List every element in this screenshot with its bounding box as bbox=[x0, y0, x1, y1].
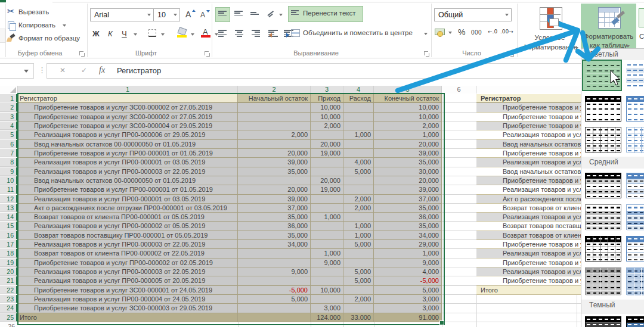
name-box-dropdown-arrow[interactable] bbox=[24, 70, 29, 73]
merge-dropdown-arrow[interactable] bbox=[424, 33, 428, 35]
align-center-button[interactable] bbox=[232, 26, 246, 40]
cancel-icon[interactable]: ✕ bbox=[60, 66, 66, 74]
cell[interactable]: 10,000 bbox=[311, 103, 343, 113]
cell[interactable] bbox=[238, 113, 311, 122]
cell[interactable] bbox=[343, 113, 374, 122]
cell[interactable]: Возврат товаров поставщику ПР00-000001 о… bbox=[18, 231, 238, 240]
bold-button[interactable]: Ж bbox=[91, 27, 103, 41]
cell[interactable]: 5,000 bbox=[343, 267, 374, 276]
increase-decimal-button[interactable]: ←.0 bbox=[487, 26, 499, 40]
cell[interactable] bbox=[311, 295, 343, 304]
align-top-button[interactable] bbox=[216, 8, 230, 21]
row-header-10[interactable]: 10 bbox=[0, 176, 17, 185]
font-size-combo[interactable]: 10 bbox=[153, 8, 180, 21]
row-header-6[interactable]: 6 bbox=[0, 140, 17, 148]
cell[interactable]: Регистратор bbox=[18, 94, 238, 103]
cell[interactable] bbox=[311, 231, 343, 240]
style-light-1-hover[interactable] bbox=[582, 60, 622, 91]
cell[interactable]: Начальный остаток bbox=[238, 94, 311, 103]
align-middle-button[interactable] bbox=[232, 8, 246, 21]
cell[interactable] bbox=[343, 122, 374, 130]
cell[interactable]: Итого bbox=[18, 313, 238, 322]
style-medium-1[interactable] bbox=[585, 173, 621, 198]
row-header-5[interactable]: 5 bbox=[0, 130, 17, 139]
cell[interactable]: 19,000 bbox=[311, 185, 343, 195]
cell[interactable]: 5,000 bbox=[343, 240, 374, 249]
cell[interactable] bbox=[238, 176, 311, 185]
alignment-dialog-launcher[interactable] bbox=[424, 51, 430, 57]
cell[interactable]: 20,000 bbox=[311, 140, 343, 149]
cell[interactable]: 20,000 bbox=[238, 149, 311, 158]
row-header-26[interactable]: 26 bbox=[0, 322, 17, 327]
percent-style-button[interactable]: % bbox=[457, 26, 469, 40]
cell[interactable]: 2,000 bbox=[238, 130, 311, 140]
cell[interactable]: 35,000 bbox=[238, 231, 311, 240]
cell[interactable]: 35,000 bbox=[238, 167, 311, 176]
font-dialog-launcher[interactable] bbox=[205, 51, 210, 57]
cell[interactable]: 2,000 bbox=[311, 122, 343, 130]
cell[interactable] bbox=[311, 167, 343, 176]
style-light-1[interactable] bbox=[586, 63, 620, 89]
cell[interactable]: Приобретение товаров и услуг ЗС00-000001… bbox=[18, 286, 238, 295]
style-medium-15[interactable] bbox=[585, 236, 621, 261]
cell[interactable] bbox=[343, 176, 374, 185]
cell[interactable]: 20,000 bbox=[311, 176, 343, 185]
cell[interactable]: 1,000 bbox=[343, 231, 374, 240]
cell[interactable]: Акт о расхождениях после отгрузки ПР00-0… bbox=[18, 204, 238, 213]
cell[interactable] bbox=[311, 204, 343, 213]
row-header-17[interactable]: 17 bbox=[0, 240, 17, 248]
number-format-dropdown-arrow[interactable] bbox=[505, 14, 509, 16]
cell[interactable]: 1,000 bbox=[343, 222, 374, 231]
style-light-2[interactable] bbox=[626, 63, 644, 88]
align-right-button[interactable] bbox=[248, 26, 262, 40]
cell[interactable]: 9,000 bbox=[374, 259, 442, 267]
cell[interactable]: 2,000 bbox=[374, 122, 442, 130]
cell[interactable] bbox=[311, 158, 343, 167]
column-header-1[interactable]: 1 bbox=[18, 86, 238, 94]
borders-button[interactable] bbox=[148, 29, 159, 39]
cell[interactable]: 37,000 bbox=[374, 195, 442, 204]
cell[interactable]: 35,000 bbox=[374, 222, 442, 231]
style-light-15[interactable] bbox=[585, 127, 621, 152]
accounting-dropdown-arrow[interactable] bbox=[448, 32, 452, 34]
cell[interactable] bbox=[343, 304, 374, 313]
shrink-font-button[interactable]: А bbox=[199, 8, 212, 21]
cell[interactable]: 29,000 bbox=[374, 240, 442, 249]
cell[interactable] bbox=[343, 140, 374, 149]
decrease-decimal-button[interactable]: .00→ bbox=[500, 26, 512, 40]
underline-dropdown-arrow[interactable] bbox=[134, 33, 137, 36]
style-light-16[interactable] bbox=[626, 127, 644, 152]
cell[interactable]: Реализация товаров и услуг ПР00-000001 о… bbox=[18, 158, 238, 167]
merge-center-button[interactable]: Объединить и поместить в центре bbox=[289, 26, 429, 41]
cell[interactable]: 10,000 bbox=[374, 103, 442, 113]
cell[interactable]: Возврат товаров от клиента ПР00-000002 о… bbox=[18, 249, 238, 259]
cell[interactable] bbox=[238, 276, 311, 286]
style-medium-9[interactable] bbox=[626, 204, 644, 230]
cell[interactable]: 19,000 bbox=[311, 149, 343, 158]
cell[interactable] bbox=[311, 195, 343, 204]
row-header-14[interactable]: 14 bbox=[0, 213, 17, 221]
italic-button[interactable]: К bbox=[105, 27, 117, 41]
number-format-combo[interactable]: Общий bbox=[434, 8, 512, 21]
comma-style-button[interactable]: 000 bbox=[470, 26, 485, 40]
row-header-1[interactable]: 1 bbox=[0, 94, 17, 102]
column-header-3[interactable]: 3 bbox=[311, 86, 343, 94]
cell[interactable]: 20,000 bbox=[238, 185, 311, 195]
cell[interactable]: 2,000 bbox=[343, 295, 374, 304]
row-header-16[interactable]: 16 bbox=[0, 231, 17, 239]
cell[interactable]: 33.000 bbox=[343, 313, 374, 322]
font-name-dropdown-arrow[interactable] bbox=[147, 14, 151, 16]
cell[interactable] bbox=[238, 304, 311, 313]
cell[interactable]: 124.000 bbox=[311, 313, 343, 322]
orientation-dropdown-arrow[interactable] bbox=[279, 14, 283, 16]
cell[interactable] bbox=[343, 249, 374, 259]
column-header-4[interactable]: 4 bbox=[343, 86, 374, 94]
cell[interactable] bbox=[343, 103, 374, 113]
row-header-15[interactable]: 15 bbox=[0, 222, 17, 231]
row-header-22[interactable]: 22 bbox=[0, 286, 17, 294]
orientation-button[interactable] bbox=[267, 8, 284, 21]
fill-handle[interactable] bbox=[439, 320, 444, 325]
cell[interactable]: 4,000 bbox=[343, 158, 374, 167]
cell[interactable]: Приобретение товаров и услуг ЗС00-000004… bbox=[18, 122, 238, 130]
cell[interactable]: 5,000 bbox=[343, 167, 374, 176]
